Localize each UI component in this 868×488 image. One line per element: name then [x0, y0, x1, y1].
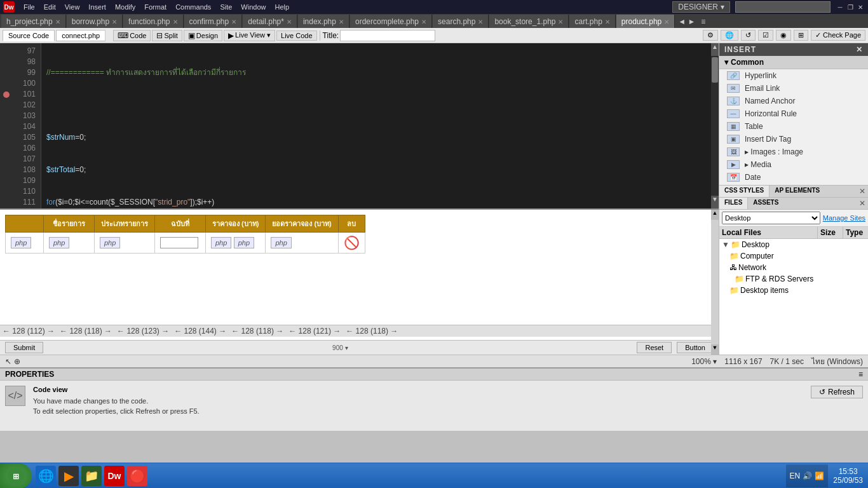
common-section-header[interactable]: ▾ Common	[719, 56, 868, 69]
taskbar-media-icon[interactable]: ▶	[58, 466, 79, 486]
button-button[interactable]: Button	[677, 342, 714, 353]
zoom-level[interactable]: 100% ▾	[691, 357, 717, 366]
design-button[interactable]: ▣ Design	[184, 30, 222, 41]
menu-site[interactable]: Site	[216, 3, 236, 11]
menu-window[interactable]: Window	[237, 3, 269, 11]
menu-commands[interactable]: Commands	[172, 3, 215, 11]
tab-ordercomplete[interactable]: ordercomplete.php ✕	[350, 15, 432, 28]
insert-date[interactable]: 📅 Date	[719, 171, 868, 184]
validate-btn[interactable]: ☑	[758, 30, 773, 41]
assets-tab[interactable]: ASSETS	[748, 198, 783, 209]
menu-modify[interactable]: Modify	[111, 3, 139, 11]
code-content[interactable]: //============ ทำการแสดงรายการที่ได้เลือ…	[41, 43, 711, 208]
properties-refresh-button[interactable]: ↺ Refresh	[811, 386, 863, 398]
close-borrow[interactable]: ✕	[112, 18, 117, 25]
taskbar-explorer-icon[interactable]: 📁	[81, 466, 102, 486]
insert-div-tag[interactable]: ▣ Insert Div Tag	[719, 133, 868, 146]
insert-images[interactable]: 🖼 ▸ Images : Image	[719, 146, 868, 158]
connect-tab[interactable]: connect.php	[56, 30, 105, 41]
menu-insert[interactable]: Insert	[85, 3, 110, 11]
file-mgmt-btn2[interactable]: 🌐	[721, 30, 738, 41]
source-code-tab[interactable]: Source Code	[3, 30, 55, 41]
css-styles-tab[interactable]: CSS STYLES	[719, 186, 770, 197]
menu-view[interactable]: View	[61, 3, 84, 11]
network-icon[interactable]: 📶	[815, 471, 824, 480]
submit-button[interactable]: Submit	[5, 342, 43, 353]
taskbar-dw-icon[interactable]: Dw	[104, 466, 125, 486]
close-h-project[interactable]: ✕	[55, 18, 60, 25]
close-function[interactable]: ✕	[173, 18, 178, 25]
live-view-button[interactable]: ▶ Live View ▾	[224, 30, 275, 41]
tab-cart[interactable]: cart.php ✕	[569, 15, 615, 28]
close-confirm[interactable]: ✕	[231, 18, 236, 25]
tab-h-project[interactable]: h_project.php ✕	[1, 15, 66, 28]
view-opts-btn[interactable]: ⊞	[794, 30, 808, 41]
close-index[interactable]: ✕	[339, 18, 344, 25]
files-tab[interactable]: FILES	[719, 198, 748, 209]
close-cart[interactable]: ✕	[605, 18, 610, 25]
menu-file[interactable]: File	[20, 3, 39, 11]
files-close[interactable]: ✕	[857, 198, 868, 209]
volume-icon[interactable]: 🔊	[803, 471, 812, 480]
edition-input[interactable]	[160, 237, 198, 248]
split-icon: ⊟	[156, 31, 163, 40]
tab-book-store[interactable]: book_store_1.php ✕	[489, 15, 569, 28]
tab-index[interactable]: index.php ✕	[298, 15, 349, 28]
close-button[interactable]: ✕	[856, 3, 865, 11]
desktop-dropdown[interactable]: Desktop	[722, 212, 820, 224]
tab-borrow[interactable]: borrow.php ✕	[67, 15, 123, 28]
check-page-btn[interactable]: ✓ Check Page	[811, 30, 865, 41]
tab-menu-icon[interactable]: ≡	[698, 17, 708, 26]
taskbar-ie-icon[interactable]: 🌐	[36, 466, 56, 486]
taskbar-chrome-icon[interactable]: 🔴	[127, 466, 147, 486]
tree-desktop[interactable]: ▼ 📁 Desktop	[719, 239, 868, 250]
reset-button[interactable]: Reset	[637, 342, 672, 353]
close-product[interactable]: ✕	[664, 18, 669, 25]
insert-media[interactable]: ▶ ▸ Media	[719, 158, 868, 171]
close-detail[interactable]: ✕	[287, 18, 292, 25]
page-title-input[interactable]	[340, 30, 435, 41]
insert-table[interactable]: ▦ Table	[719, 120, 868, 133]
code-button[interactable]: ⌨ Code	[113, 30, 151, 41]
props-expand-icon[interactable]: ≡	[858, 370, 863, 379]
restore-button[interactable]: ❐	[846, 3, 855, 11]
preview-btn[interactable]: ◉	[776, 30, 791, 41]
menu-edit[interactable]: Edit	[40, 3, 60, 11]
tab-function[interactable]: function.php ✕	[123, 15, 183, 28]
tree-ftp[interactable]: 📁 FTP & RDS Servers	[719, 273, 868, 285]
css-ap-close[interactable]: ✕	[857, 186, 868, 197]
tree-computer[interactable]: 📁 Computer	[719, 250, 868, 262]
tab-confirm[interactable]: confirm.php ✕	[184, 15, 243, 28]
ap-elements-tab[interactable]: AP ELEMENTS	[770, 186, 825, 197]
code-vscrollbar[interactable]: ▲ ▼	[711, 43, 719, 208]
tab-product[interactable]: product.php ✕	[616, 15, 675, 28]
refresh-btn-toolbar[interactable]: ↺	[741, 30, 756, 41]
insert-email-link[interactable]: ✉ Email Link	[719, 82, 868, 95]
insert-named-anchor[interactable]: ⚓ Named Anchor	[719, 95, 868, 107]
tree-network[interactable]: 🖧 Network	[719, 262, 868, 273]
tree-desktop-items[interactable]: 📁 Desktop items	[719, 285, 868, 296]
props-text2: To edit selection properties, click Refr…	[33, 406, 803, 416]
tab-detail[interactable]: detail.php* ✕	[243, 15, 297, 28]
close-book-store[interactable]: ✕	[558, 18, 563, 25]
file-mgmt-btn1[interactable]: ⚙	[703, 30, 718, 41]
menu-help[interactable]: Help	[271, 3, 293, 11]
tab-search[interactable]: search.php ✕	[433, 15, 489, 28]
close-ordercomplete[interactable]: ✕	[421, 18, 426, 25]
manage-sites-link[interactable]: Manage Sites	[823, 214, 865, 222]
insert-close-icon[interactable]: ✕	[856, 45, 863, 54]
live-code-button[interactable]: Live Code	[276, 30, 317, 41]
designer-badge[interactable]: DESIGNER ▾	[672, 1, 730, 13]
delete-icon[interactable]: 🚫	[344, 236, 360, 250]
size-col-label: Size	[817, 227, 843, 238]
minimize-button[interactable]: ─	[836, 3, 844, 11]
menu-format[interactable]: Format	[140, 3, 170, 11]
split-button[interactable]: ⊟ Split	[152, 30, 182, 41]
insert-hyperlink[interactable]: 🔗 Hyperlink	[719, 69, 868, 82]
design-vscrollbar[interactable]: ▲ ▼	[711, 210, 719, 355]
insert-horizontal-rule[interactable]: — Horizontal Rule	[719, 107, 868, 120]
start-button[interactable]: ⊞	[0, 463, 32, 489]
tab-scroll-arrows[interactable]: ◄ ►	[675, 17, 698, 26]
close-search[interactable]: ✕	[478, 18, 483, 25]
global-search-input[interactable]	[735, 1, 831, 13]
